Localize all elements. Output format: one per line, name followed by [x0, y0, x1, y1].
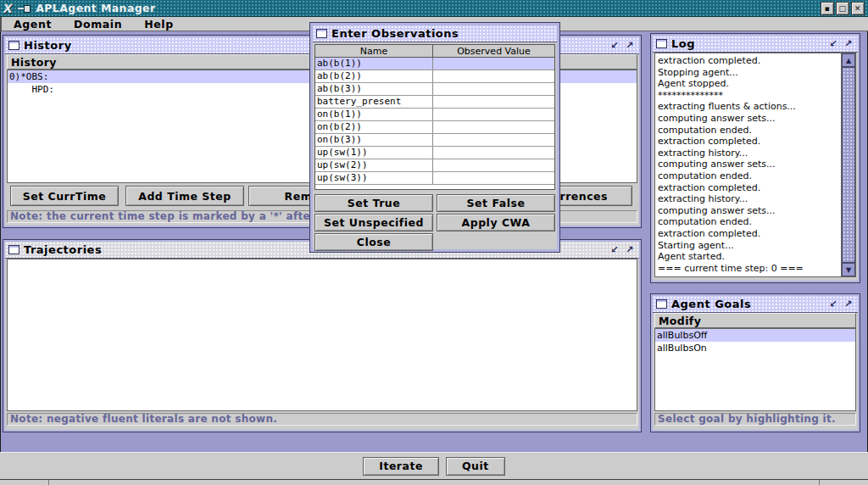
log-line: Stopping agent... [658, 67, 841, 79]
log-body: extraction completed. Stopping agent... … [654, 53, 856, 277]
goal-item-selected[interactable]: allBulbsOff [655, 329, 855, 342]
menu-domain[interactable]: Domain [74, 18, 122, 31]
observation-row[interactable]: battery_present [315, 96, 554, 109]
log-line: computing answer sets... [658, 205, 841, 217]
log-line: computation ended. [658, 125, 841, 137]
close-dialog-button[interactable]: Close [314, 233, 433, 251]
column-header-name[interactable]: Name [315, 45, 433, 57]
frame-iconify-icon[interactable]: ↙ [827, 38, 839, 49]
maximize-button[interactable]: □ [836, 2, 849, 15]
frame-controls: ↙ ↗ [609, 40, 636, 51]
window-bottom-frame[interactable] [0, 479, 868, 485]
log-line: extracting history... [658, 193, 841, 205]
goal-item[interactable]: allBulbsOn [655, 342, 855, 354]
window-glyph-icon [8, 41, 19, 50]
trajectories-frame-title: Trajectories [24, 243, 102, 256]
goals-list: allBulbsOff allBulbsOn [654, 328, 856, 411]
window-glyph-icon [316, 29, 327, 38]
observed-value-cell[interactable] [433, 109, 554, 120]
set-false-button[interactable]: Set False [437, 194, 555, 212]
observation-row[interactable]: ab(b(2)) [315, 70, 554, 83]
column-header-observed-value[interactable]: Observed Value [433, 45, 554, 57]
quit-button[interactable]: Quit [446, 457, 505, 476]
minimize-button[interactable]: ▪ [821, 2, 834, 15]
log-line: computing answer sets... [658, 113, 841, 125]
goals-frame-titlebar[interactable]: Agent Goals ↙ ↗ [653, 296, 858, 313]
frame-maximize-icon[interactable]: ↗ [624, 244, 636, 255]
window-title: APLAgent Manager [36, 2, 155, 14]
observed-value-cell[interactable] [433, 58, 554, 70]
observation-row[interactable]: on(b(1)) [315, 109, 554, 121]
set-currtime-button[interactable]: Set CurrTime [10, 186, 119, 206]
log-line: extracting history... [658, 148, 841, 159]
observations-dialog-titlebar[interactable]: Enter Observations [313, 25, 557, 42]
observed-value-cell[interactable] [433, 134, 554, 146]
footer-bar: Iterate Quit [0, 452, 868, 479]
goals-note: Select goal by highlighting it. [654, 413, 856, 426]
observed-value-cell[interactable] [433, 96, 554, 108]
observed-value-cell[interactable] [433, 147, 554, 159]
set-unspecified-button[interactable]: Set Unspecified [314, 214, 433, 231]
observation-row-selected[interactable]: ab(b(1)) [315, 58, 554, 70]
pin-icon [18, 4, 31, 12]
agent-goals-frame: Agent Goals ↙ ↗ Modify allBulbsOff allBu… [651, 294, 860, 432]
frame-controls: ↙ ↗ [609, 244, 636, 255]
scrollbar-thumb[interactable] [842, 67, 855, 263]
fluent-name: up(sw(2)) [315, 159, 433, 171]
frame-iconify-icon[interactable]: ↙ [827, 298, 839, 309]
log-scrollbar[interactable]: ▲ ▼ [841, 53, 855, 276]
resize-notch [819, 480, 820, 485]
x11-logo-icon: X [2, 1, 14, 16]
observed-value-cell[interactable] [433, 83, 554, 95]
observation-row[interactable]: up(sw(3)) [315, 172, 554, 185]
observations-button-grid: Set True Set False Set Unspecified Apply… [313, 192, 557, 253]
apply-cwa-button[interactable]: Apply CWA [437, 214, 555, 231]
history-frame-title: History [24, 39, 72, 52]
frame-maximize-icon[interactable]: ↗ [843, 298, 854, 309]
window-titlebar[interactable]: X APLAgent Manager ▪ □ ✕ [0, 0, 868, 17]
trajectories-view [7, 259, 637, 411]
fluent-name: up(sw(3)) [315, 172, 433, 184]
log-line: Agent started. [658, 251, 841, 263]
fluent-name: battery_present [315, 96, 433, 108]
empty-grid-cell [437, 233, 555, 251]
goals-column-header: Modify [654, 313, 856, 328]
close-button[interactable]: ✕ [851, 2, 865, 15]
observation-row[interactable]: up(sw(2)) [315, 159, 554, 172]
iterate-button[interactable]: Iterate [363, 457, 439, 476]
scroll-up-icon[interactable]: ▲ [842, 53, 855, 67]
observation-row[interactable]: on(b(3)) [315, 134, 554, 147]
fluent-name: ab(b(2)) [315, 70, 433, 82]
log-line: Agent stopped. [658, 78, 841, 90]
frame-controls: ↙ ↗ [827, 38, 854, 49]
scroll-down-icon[interactable]: ▼ [842, 263, 855, 276]
log-text: extraction completed. Stopping agent... … [655, 53, 841, 276]
observed-value-cell[interactable] [433, 159, 554, 171]
goals-frame-title: Agent Goals [671, 298, 751, 310]
log-line: computing answer sets... [658, 159, 841, 170]
fluent-name: up(sw(1)) [315, 147, 433, 159]
observed-value-cell[interactable] [433, 172, 554, 184]
frame-controls: ↙ ↗ [827, 298, 854, 309]
log-frame: Log ↙ ↗ extraction completed. Stopping a… [651, 34, 860, 282]
menu-agent[interactable]: Agent [14, 18, 52, 31]
log-line: computation ended. [658, 216, 841, 228]
log-frame-titlebar[interactable]: Log ↙ ↗ [653, 36, 858, 53]
frame-maximize-icon[interactable]: ↗ [843, 38, 854, 49]
observation-row[interactable]: up(sw(1)) [315, 147, 554, 159]
log-line: Starting agent... [658, 240, 841, 252]
frame-iconify-icon[interactable]: ↙ [609, 244, 620, 255]
add-time-step-button[interactable]: Add Time Step [125, 186, 244, 206]
enter-observations-dialog: Enter Observations Name Observed Value a… [310, 23, 559, 252]
trajectories-note: Note: negative fluent literals are not s… [7, 413, 637, 426]
menu-help[interactable]: Help [144, 18, 174, 31]
log-line: extraction completed. [658, 182, 841, 194]
application-window: X APLAgent Manager ▪ □ ✕ Agent Domain He… [0, 0, 868, 485]
set-true-button[interactable]: Set True [314, 194, 433, 212]
observed-value-cell[interactable] [433, 121, 554, 133]
frame-maximize-icon[interactable]: ↗ [624, 40, 636, 51]
observed-value-cell[interactable] [433, 70, 554, 82]
observation-row[interactable]: ab(b(3)) [315, 83, 554, 96]
observation-row[interactable]: on(b(2)) [315, 121, 554, 134]
frame-iconify-icon[interactable]: ↙ [609, 40, 620, 51]
